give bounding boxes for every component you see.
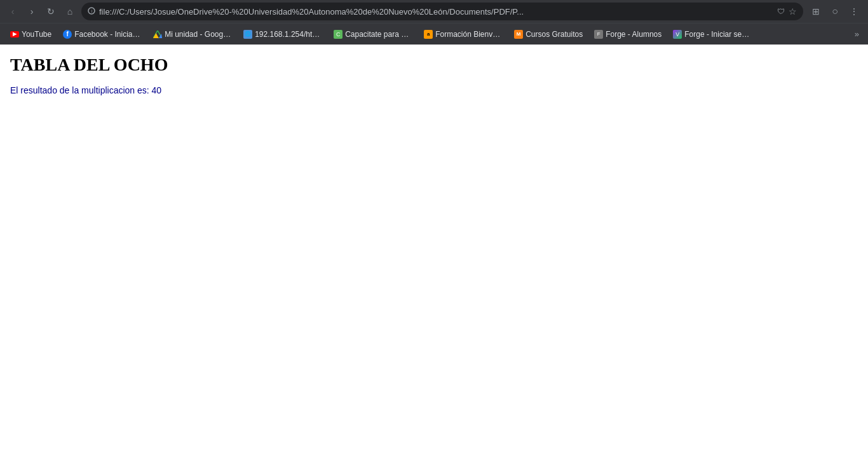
address-bar[interactable]: i file:///C:/Users/Josue/OneDrive%20-%20…: [81, 3, 803, 20]
bookmark-cursos-label: Cursos Gratuitos: [526, 30, 583, 39]
bookmark-facebook[interactable]: f Facebook - Inicia se...: [58, 27, 147, 41]
bookmark-cursos[interactable]: M Cursos Gratuitos: [509, 27, 588, 41]
bookmark-formacion[interactable]: a Formación Bienve ni...: [419, 27, 508, 41]
bookmarks-more-button[interactable]: »: [851, 27, 863, 41]
bookmark-local-label: 192.168.1.254/html...: [255, 30, 322, 39]
bookmark-facebook-label: Facebook - Inicia se...: [74, 30, 142, 39]
back-icon: ‹: [11, 6, 15, 17]
svg-marker-3: [153, 33, 159, 38]
bookmark-formacion-label: Formación Bienve ni...: [435, 30, 503, 39]
extensions-icon: ⊞: [812, 6, 820, 17]
menu-icon: ⋮: [850, 6, 858, 17]
browser-chrome: ‹ › ↻ ⌂ i file:///C:/Users/Josue/OneDriv…: [0, 0, 868, 45]
bookmarks-bar: ▶ YouTube f Facebook - Inicia se...: [0, 23, 868, 45]
bookmark-capacitate-label: Capacitate para el e...: [345, 30, 412, 39]
forward-icon: ›: [31, 6, 34, 17]
svg-text:i: i: [92, 9, 93, 13]
bookmark-forge-login[interactable]: V Forge - Iniciar sesión: [668, 27, 757, 41]
reload-icon: ↻: [47, 6, 55, 17]
bookmark-star-icon[interactable]: ☆: [789, 6, 797, 17]
home-icon: ⌂: [67, 6, 72, 17]
result-text: El resultado de la multiplicacion es: 40: [10, 85, 858, 95]
back-button[interactable]: ‹: [5, 4, 20, 19]
formacion-favicon: a: [424, 30, 433, 39]
menu-button[interactable]: ⋮: [845, 3, 863, 20]
gdrive-favicon: [153, 30, 162, 39]
bookmark-gdrive[interactable]: Mi unidad - Google...: [148, 27, 237, 41]
capacitate-favicon: C: [334, 30, 342, 39]
profile-button[interactable]: ○: [826, 3, 844, 20]
bookmark-forge-alumnos-label: Forge - Alumnos: [606, 30, 661, 39]
youtube-favicon: ▶: [10, 30, 19, 39]
reload-button[interactable]: ↻: [43, 4, 58, 19]
forge-login-favicon: V: [673, 30, 682, 39]
cursos-favicon: M: [514, 30, 523, 39]
profile-icon: ○: [832, 6, 838, 17]
forge-alumnos-favicon: F: [594, 30, 603, 39]
address-text: file:///C:/Users/Josue/OneDrive%20-%20Un…: [99, 7, 773, 17]
facebook-favicon: f: [63, 30, 72, 39]
bookmark-capacitate[interactable]: C Capacitate para el e...: [329, 27, 417, 41]
nav-bar: ‹ › ↻ ⌂ i file:///C:/Users/Josue/OneDriv…: [0, 0, 868, 23]
bookmark-local[interactable]: 🌐 192.168.1.254/html...: [238, 27, 327, 41]
forward-button[interactable]: ›: [24, 4, 39, 19]
bookmark-forge-alumnos[interactable]: F Forge - Alumnos: [589, 27, 667, 41]
home-button[interactable]: ⌂: [62, 4, 78, 19]
result-prefix: El resultado de la multiplicacion es:: [10, 85, 152, 95]
bookmark-youtube[interactable]: ▶ YouTube: [5, 27, 57, 41]
page-content: TABLA DEL OCHO El resultado de la multip…: [0, 45, 868, 468]
page-title: TABLA DEL OCHO: [10, 55, 858, 75]
bookmark-youtube-label: YouTube: [22, 30, 51, 39]
bitwarden-icon: 🛡: [777, 7, 785, 16]
bookmark-forge-login-label: Forge - Iniciar sesión: [684, 30, 752, 39]
security-icon: i: [88, 7, 95, 17]
result-value: 40: [152, 85, 162, 95]
bookmark-gdrive-label: Mi unidad - Google...: [165, 30, 232, 39]
local-favicon: 🌐: [243, 30, 252, 39]
extensions-button[interactable]: ⊞: [807, 3, 825, 20]
nav-actions: ⊞ ○ ⋮: [807, 3, 863, 20]
